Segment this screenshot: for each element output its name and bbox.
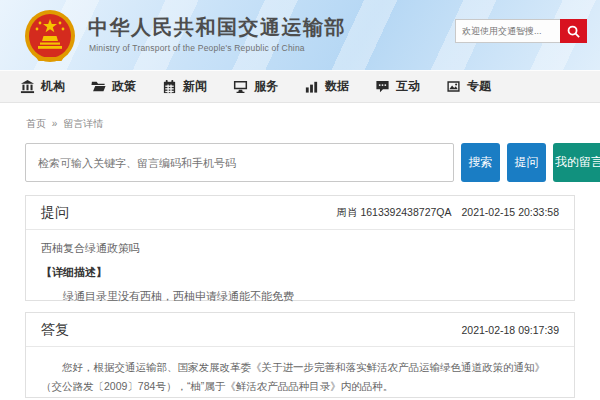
monitor-icon <box>233 79 248 94</box>
question-detail-text: 绿通目录里没有西柚，西柚申请绿通能不能免费 <box>41 289 559 304</box>
answer-timestamp: 2021-02-18 09:17:39 <box>462 324 560 336</box>
question-title: 西柚复合绿通政策吗 <box>41 241 559 256</box>
site-subtitle: Ministry of Transport of the People's Re… <box>89 43 305 53</box>
institution-icon <box>20 79 35 94</box>
nav-item-institutions[interactable]: 机构 <box>20 78 91 95</box>
picture-icon <box>446 79 461 94</box>
answer-section-title: 答复 <box>41 321 69 339</box>
question-detail-label: 【详细描述】 <box>41 265 559 280</box>
nav-item-label: 数据 <box>325 78 349 95</box>
search-button[interactable]: 搜索 <box>461 143 500 182</box>
ask-question-button[interactable]: 提问 <box>507 143 546 182</box>
nav-item-interaction[interactable]: 互动 <box>375 78 446 95</box>
site-title: 中华人民共和国交通运输部 <box>88 14 346 41</box>
nav-item-policies[interactable]: 政策 <box>91 78 162 95</box>
nav-item-data[interactable]: 数据 <box>304 78 375 95</box>
search-icon <box>566 24 581 39</box>
question-header: 提问 周肖 1613392438727QA 2021-02-15 20:33:5… <box>26 196 574 230</box>
question-author-id: 周肖 1613392438727QA <box>336 206 451 220</box>
nav-item-label: 专题 <box>467 78 491 95</box>
question-timestamp: 2021-02-15 20:33:58 <box>462 206 560 220</box>
nav-item-label: 互动 <box>396 78 420 95</box>
nav-item-label: 政策 <box>112 78 136 95</box>
breadcrumb-separator: » <box>52 118 58 129</box>
nav-item-label: 新闻 <box>183 78 207 95</box>
nav-item-services[interactable]: 服务 <box>233 78 304 95</box>
question-body: 西柚复合绿通政策吗 【详细描述】 绿通目录里没有西柚，西柚申请绿通能不能免费 <box>26 230 574 304</box>
site-search-input[interactable] <box>455 19 560 43</box>
question-meta: 周肖 1613392438727QA 2021-02-15 20:33:58 <box>336 206 559 220</box>
folder-icon <box>91 79 106 94</box>
calendar-icon <box>162 79 177 94</box>
message-search-input[interactable] <box>25 143 454 182</box>
question-box: 提问 周肖 1613392438727QA 2021-02-15 20:33:5… <box>25 195 575 301</box>
national-emblem-logo <box>22 7 78 65</box>
speech-bubble-icon <box>375 79 390 94</box>
answer-text: 您好，根据交通运输部、国家发展改革委《关于进一步完善和落实鲜活农产品运输绿色通道… <box>41 358 559 397</box>
nav-item-label: 服务 <box>254 78 278 95</box>
question-section-title: 提问 <box>41 204 69 222</box>
my-messages-button[interactable]: 我的留言 <box>553 143 600 182</box>
answer-header: 答复 2021-02-18 09:17:39 <box>26 313 574 347</box>
breadcrumb-current: 留言详情 <box>63 118 103 129</box>
breadcrumb-home-link[interactable]: 首页 <box>26 118 46 129</box>
answer-body: 您好，根据交通运输部、国家发展改革委《关于进一步完善和落实鲜活农产品运输绿色通道… <box>26 347 574 400</box>
site-header: 中华人民共和国交通运输部 Ministry of Transport of th… <box>0 0 600 70</box>
nav-item-news[interactable]: 新闻 <box>162 78 233 95</box>
main-nav: 机构 政策 新闻 服务 数据 互动 专题 <box>0 70 600 103</box>
nav-item-topics[interactable]: 专题 <box>446 78 517 95</box>
message-search-bar: 搜索 提问 我的留言 <box>25 143 600 182</box>
nav-item-label: 机构 <box>41 78 65 95</box>
site-search-button[interactable] <box>560 19 587 43</box>
site-search <box>455 19 587 43</box>
breadcrumb: 首页 » 留言详情 <box>26 117 600 131</box>
answer-box: 答复 2021-02-18 09:17:39 您好，根据交通运输部、国家发展改革… <box>25 312 575 398</box>
bar-chart-icon <box>304 79 319 94</box>
